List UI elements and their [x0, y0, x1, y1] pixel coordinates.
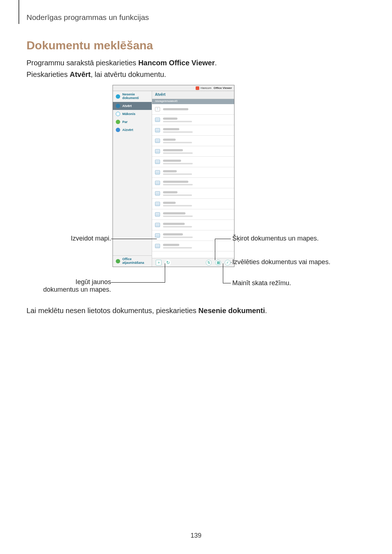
callout-sort: Šķirot dokumentus un mapes. — [232, 235, 327, 242]
bottom-toolbar — [152, 258, 234, 267]
list-item-up[interactable] — [152, 104, 234, 115]
folder-icon — [155, 181, 160, 185]
callout-create-folder: Izveidot mapi. — [68, 235, 111, 242]
list-item[interactable] — [152, 157, 234, 167]
recent-icon — [116, 94, 120, 99]
app-logo-icon — [196, 86, 199, 90]
list-item[interactable] — [152, 178, 234, 188]
folder-icon — [155, 244, 160, 248]
text: , lai atvērtu dokumentu. — [91, 70, 166, 78]
sidebar-item-label: Atvērt — [122, 104, 132, 108]
update-icon — [116, 259, 120, 263]
section-title: Dokumentu meklēšana — [26, 39, 153, 52]
sort-button[interactable] — [206, 260, 212, 266]
callout-line — [215, 239, 231, 239]
list-item[interactable] — [152, 220, 234, 230]
callout-line — [111, 239, 157, 239]
sidebar-item-label: Aizvērt — [122, 128, 133, 132]
text: Pieskarieties — [26, 70, 70, 78]
callout-line — [215, 239, 215, 260]
callout-line — [231, 262, 232, 263]
list-item[interactable] — [152, 230, 234, 241]
page-crop-mark — [19, 0, 19, 24]
app-title-brand: Hancom — [201, 86, 212, 90]
page-header: Noderīgas programmas un funkcijas — [26, 13, 149, 22]
info-icon — [116, 120, 120, 124]
paragraph-1: Programmu sarakstā pieskarieties Hancom … — [26, 57, 217, 69]
folder-icon — [155, 202, 160, 206]
folder-icon — [155, 170, 160, 175]
close-icon — [116, 128, 120, 132]
list-item[interactable] — [152, 125, 234, 136]
sidebar-item-label: Par — [122, 120, 128, 124]
file-list[interactable] — [152, 104, 234, 258]
folder-icon — [155, 160, 160, 164]
callout-line — [165, 263, 165, 283]
folder-icon — [155, 118, 160, 122]
list-item[interactable] — [152, 241, 234, 251]
bold-open: Atvērt — [70, 70, 91, 78]
view-mode-button[interactable] — [215, 260, 221, 266]
sidebar-item-recent[interactable]: Nesenie dokumenti — [113, 91, 152, 102]
folder-icon — [155, 212, 160, 217]
callout-select: Izvēlēties dokumentus vai mapes. — [232, 258, 334, 266]
folder-icon — [155, 233, 160, 238]
open-folder-icon — [116, 104, 120, 108]
folder-icon — [155, 139, 160, 143]
app-titlebar: Hancom Office Viewer — [113, 85, 234, 91]
sidebar-item-about[interactable]: Par — [113, 118, 152, 126]
text: . — [265, 307, 267, 315]
select-button[interactable] — [225, 260, 230, 266]
folder-icon — [155, 128, 160, 132]
list-item[interactable] — [152, 188, 234, 199]
app-screenshot: Hancom Office Viewer Nesenie dokumenti A… — [113, 85, 234, 267]
paragraph-3: Lai meklētu nesen lietotos dokumentus, p… — [26, 307, 267, 315]
refresh-button[interactable] — [165, 260, 171, 266]
callout-refresh: Iegūt jaunos dokumentus un mapes. — [38, 278, 111, 294]
text: Lai meklētu nesen lietotos dokumentus, p… — [26, 307, 199, 315]
folder-icon — [155, 223, 160, 227]
paragraph-2: Pieskarieties Atvērt, lai atvērtu dokume… — [26, 69, 166, 80]
callout-line — [223, 263, 223, 283]
folder-icon — [155, 149, 160, 153]
path-bar: /storage/emulated/0 — [152, 99, 234, 104]
sidebar-item-label: Office atjaunināšana — [122, 258, 149, 265]
sidebar-item-label: Nesenie dokumenti — [122, 93, 149, 100]
list-item[interactable] — [152, 167, 234, 178]
app-title-rest: Office Viewer — [213, 86, 232, 90]
page-number: 139 — [0, 532, 392, 539]
main-header: Atvērt — [152, 91, 234, 99]
sidebar-item-label: Mākonis — [122, 112, 135, 116]
text: Programmu sarakstā pieskarieties — [26, 59, 138, 67]
new-folder-button[interactable] — [156, 260, 162, 266]
list-item[interactable] — [152, 146, 234, 157]
callout-line — [223, 283, 231, 283]
cloud-icon — [116, 112, 120, 116]
list-item[interactable] — [152, 136, 234, 146]
callout-line — [111, 282, 165, 283]
sidebar-item-close[interactable]: Aizvērt — [113, 126, 152, 134]
callout-view: Mainīt skata režīmu. — [232, 279, 327, 287]
sidebar-item-update[interactable]: Office atjaunināšana — [113, 255, 152, 267]
folder-icon — [155, 191, 160, 196]
list-item[interactable] — [152, 199, 234, 209]
bold-recent: Nesenie dokumenti — [199, 307, 265, 315]
list-item[interactable] — [152, 209, 234, 220]
up-folder-icon — [155, 107, 160, 111]
sidebar-item-cloud[interactable]: Mākonis — [113, 110, 152, 118]
bold-app-name: Hancom Office Viewer — [138, 59, 215, 67]
text: . — [215, 59, 217, 67]
sidebar: Nesenie dokumenti Atvērt Mākonis Par Aiz… — [113, 91, 152, 267]
sidebar-item-open[interactable]: Atvērt — [113, 102, 152, 110]
main-panel: Atvērt /storage/emulated/0 — [152, 91, 234, 267]
list-item[interactable] — [152, 115, 234, 125]
